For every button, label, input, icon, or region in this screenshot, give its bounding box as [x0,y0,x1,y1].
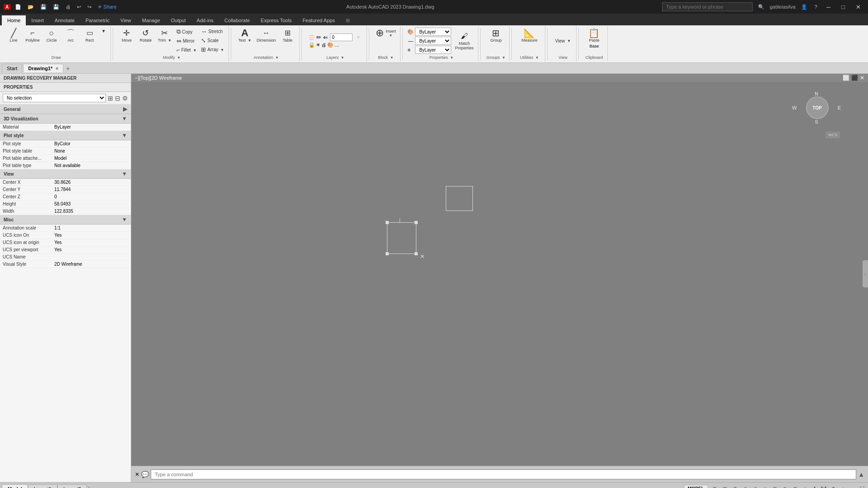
dimension-btn[interactable]: ↔ Dimension [255,27,278,44]
print-btn[interactable]: 🖨 [64,3,72,10]
osnap-btn[interactable]: ◉ [752,485,759,488]
model-badge[interactable]: MODEL [684,485,708,488]
array-btn[interactable]: ⊞ Array ▼ [199,45,226,54]
tab-parametric[interactable]: Parametric [80,15,115,25]
maximize-btn[interactable]: □ [838,0,849,14]
polyline-btn[interactable]: ⌐ Polyline [24,27,42,44]
side-panel-handle[interactable]: ‹ [863,260,868,287]
undo-btn[interactable]: ↩ [75,3,83,11]
settings-btn[interactable]: ⚙ [830,485,837,488]
add-tab-btn[interactable]: + [64,65,72,72]
match-properties-btn[interactable]: 🖌 MatchProperties [453,30,475,52]
fillet-btn[interactable]: ⌐ Fillet ▼ [175,46,198,54]
annotationscale-btn[interactable]: A [811,485,818,488]
tab-addins[interactable]: Add-ins [191,15,219,25]
snap-btn[interactable]: ▦ [721,485,729,488]
polar-btn[interactable]: ⊕ [742,485,749,488]
view-cube[interactable]: N W TOP E S [792,91,841,124]
cmd-icon-btn[interactable]: 💬 [141,471,149,478]
more-draw-btn[interactable]: ▼ [100,27,108,35]
layout-tab-1[interactable]: Layout1 [28,484,57,488]
mirror-btn[interactable]: ⇔ Mirror [175,37,198,45]
fullscreen-btn[interactable]: ⛶ [858,485,866,488]
cmd-expand-btn[interactable]: ▲ [858,471,864,478]
saveas-btn[interactable]: 💾 [51,3,61,11]
selection-filter-btn[interactable]: ⊞ [792,485,799,488]
tab-drawing1[interactable]: Drawing1* × [23,64,63,72]
arc-btn[interactable]: ⌒ Arc [62,27,80,44]
title-search-btn[interactable]: 🔍 [756,3,766,11]
line-btn[interactable]: ╱ Line [5,27,23,44]
view-section-header[interactable]: View ▼ [0,169,131,179]
compass-circle[interactable]: TOP [806,96,829,119]
tab-express[interactable]: Express Tools [255,15,297,25]
circle-btn[interactable]: ○ Circle [43,27,61,44]
transparency-btn[interactable]: ◐ [781,485,789,488]
cmd-close-btn[interactable]: ✕ [135,471,139,478]
gizmo-btn[interactable]: ◈ [801,485,809,488]
dynmode-btn[interactable]: ≡ [762,485,768,488]
command-input[interactable] [151,469,856,479]
layer-num-dd[interactable]: ▼ [354,34,362,41]
table-btn[interactable]: ⊞ Table [278,27,296,44]
misc-section-header[interactable]: Misc ▼ [0,215,131,225]
view-dd-btn[interactable]: View ▼ [553,38,572,44]
tab-home[interactable]: Home [2,15,26,25]
save-btn[interactable]: 💾 [38,3,48,11]
wcs-badge[interactable]: WCS [826,132,840,138]
close-btn[interactable]: ✕ [852,0,864,14]
new-btn[interactable]: 📄 [13,3,23,11]
open-btn[interactable]: 📂 [26,3,36,11]
scale-btn[interactable]: ⤡ Scale [199,36,226,45]
vp-max-btn[interactable]: ⬛ [851,75,858,81]
group-btn[interactable]: ⊞ Group [487,27,505,44]
redo-btn[interactable]: ↪ [86,3,93,11]
color-select[interactable]: ByLayer [415,28,451,36]
tab-close-btn[interactable]: × [56,66,58,71]
viz3d-section-header[interactable]: 3D Visualization ▼ [0,114,131,124]
canvas[interactable]: N W TOP E S WCS [131,82,868,466]
paste-btn[interactable]: 📋 Paste [585,27,603,44]
select-add-btn[interactable]: ⊞ [108,95,113,102]
move-btn[interactable]: ✛ Move [118,27,136,44]
vp-restore-btn[interactable]: ⬜ [843,75,849,81]
tab-manage[interactable]: Manage [137,15,166,25]
text-btn[interactable]: A Text ▼ [236,27,254,44]
layout-tab-2[interactable]: Layout2 [57,484,87,488]
tab-annotate[interactable]: Annotate [49,15,80,25]
add-layout-btn[interactable]: + [87,485,91,488]
trim-btn[interactable]: ✂ Trim ▼ [156,27,174,44]
copy-btn[interactable]: ⧉ Copy [175,27,198,36]
tab-featured[interactable]: Featured Apps [297,15,340,25]
layout-tab-model[interactable]: Model [2,484,28,488]
layer-num-input[interactable] [330,33,353,41]
linetype-select[interactable]: ByLayer [415,37,451,45]
rotate-btn[interactable]: ↺ Rotate [137,27,155,44]
grid-btn[interactable]: ⊞ [711,485,718,488]
share-btn[interactable]: ✈ Share [96,3,118,11]
title-search-input[interactable] [662,2,753,11]
tab-view[interactable]: View [115,15,137,25]
account-btn[interactable]: 👤 [799,3,809,11]
insert-btn[interactable]: ⊕ Insert ▼ [374,27,397,39]
stretch-btn[interactable]: ↔ Stretch [199,27,226,36]
lineweight-select[interactable]: ByLayer [415,46,451,54]
lineweight-btn[interactable]: ⊟ [771,485,778,488]
vp-close-btn[interactable]: ✕ [860,75,864,81]
minimize-btn[interactable]: ─ [823,0,834,14]
select-settings-btn[interactable]: ⚙ [122,95,128,102]
measure-btn[interactable]: 📐 Measure [520,27,539,44]
ortho-btn[interactable]: ⊤ [731,485,739,488]
drawing-recovery-header[interactable]: DRAWING RECOVERY MANAGER [0,74,131,83]
zoom-out-btn[interactable]: + [840,485,846,488]
tab-output[interactable]: Output [166,15,191,25]
general-section-header[interactable]: General ▶ [0,105,131,114]
rect-btn[interactable]: ▭ Rect [81,27,99,44]
select-filter-btn[interactable]: ⊟ [115,95,120,102]
tab-custom[interactable]: ⊞ [340,15,355,25]
zoom-in-btn[interactable]: − [849,485,855,488]
tab-start[interactable]: Start [2,64,22,72]
info-btn[interactable]: ? [813,3,819,10]
selection-dropdown[interactable]: No selection [3,94,106,102]
tab-insert[interactable]: Insert [26,15,49,25]
